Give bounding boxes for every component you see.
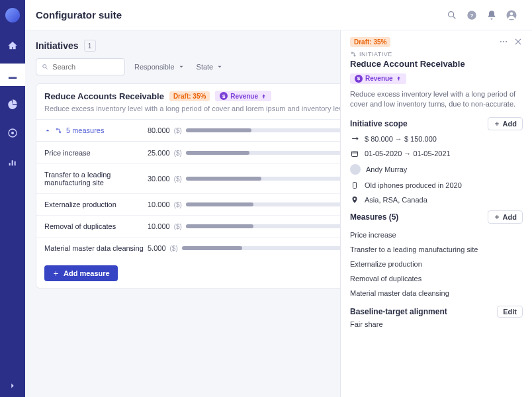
panel-revenue-badge: $ Revenue	[350, 73, 406, 84]
nav-ruler[interactable]	[0, 64, 25, 86]
svg-point-2	[11, 132, 14, 134]
measure-name: Externalize production	[44, 200, 144, 208]
revenue-label: Revenue	[230, 93, 258, 100]
user-icon	[506, 9, 517, 21]
progress-bar	[186, 177, 354, 181]
filter-state[interactable]: State	[194, 58, 226, 75]
profile-button[interactable]	[502, 5, 521, 25]
state-label: State	[197, 63, 214, 71]
svg-point-17	[506, 41, 507, 42]
responsible-label: Responsible	[134, 63, 175, 71]
search-button[interactable]	[442, 5, 462, 25]
search-input[interactable]	[52, 63, 119, 71]
scope-money: $ 80.000 → $ 150.000	[350, 134, 523, 143]
measure-from: 25.000	[148, 149, 170, 157]
panel-desc: Reduce excess inventory level with a lon…	[350, 89, 523, 110]
pin-icon	[351, 196, 359, 204]
arrow-up-icon	[261, 93, 267, 99]
baseline-value: Fair share	[350, 320, 383, 328]
sidebar	[0, 0, 25, 397]
plus-icon	[52, 270, 60, 277]
initiative-title: Reduce Accounts Receivable	[44, 91, 164, 101]
svg-point-3	[449, 11, 454, 17]
target-icon	[7, 128, 18, 138]
svg-point-15	[500, 41, 502, 42]
panel-measure-item[interactable]: Removal of duplicates	[350, 271, 523, 286]
progress-bar	[186, 202, 354, 206]
bell-icon	[486, 10, 497, 21]
panel-measure-list: Price increaseTransfer to a leading manu…	[350, 228, 523, 300]
panel-measure-item[interactable]: Price increase	[350, 228, 523, 242]
search-icon	[447, 10, 457, 21]
panel-measure-item[interactable]: Externalize production	[350, 257, 523, 271]
calendar-icon	[351, 150, 359, 157]
notifications-button[interactable]	[482, 5, 502, 25]
scope-dates: 01-05-2020 → 01-05-2021	[350, 150, 523, 157]
money-range-icon	[351, 134, 359, 143]
panel-title: Reduce Account Receivable	[350, 59, 523, 69]
measure-name: Transfer to a leading manufacturing site	[44, 171, 144, 187]
svg-text:?: ?	[470, 12, 474, 18]
close-button[interactable]	[513, 37, 523, 46]
tree-icon	[350, 51, 357, 58]
progress-bar	[186, 128, 350, 132]
chevron-down-icon	[178, 64, 185, 70]
detail-panel: Draft: 35% INITIATIVE Reduce Account Rec…	[340, 30, 532, 397]
initiative-count: 1	[84, 40, 96, 52]
page-title: Initiatives	[36, 40, 79, 51]
pie-icon	[7, 99, 18, 109]
measures-add-button[interactable]: Add	[488, 210, 523, 224]
app-title: Configurator suite	[36, 9, 122, 21]
chevron-down-icon	[216, 64, 223, 70]
filter-responsible[interactable]: Responsible	[132, 58, 187, 75]
breadcrumb: INITIATIVE	[350, 51, 523, 58]
home-icon	[7, 40, 18, 51]
panel-measure-item[interactable]: Transfer to a leading manufacturing site	[350, 242, 523, 257]
arrow-up-icon	[396, 75, 402, 81]
measure-from: 30.000	[148, 175, 170, 183]
measure-name: Removal of duplicates	[44, 222, 144, 230]
dollar-icon: $	[355, 75, 363, 83]
svg-point-8	[43, 65, 46, 68]
svg-point-16	[503, 41, 504, 42]
more-icon	[499, 37, 508, 46]
nav-expand[interactable]	[0, 375, 25, 397]
plus-icon	[494, 120, 500, 127]
scope-owner: Andy Murray	[350, 164, 523, 175]
add-measure-label: Add measure	[64, 269, 110, 277]
panel-measure-item[interactable]: Material master data cleansing	[350, 286, 523, 300]
scope-add-button[interactable]: Add	[488, 117, 523, 130]
tree-icon	[55, 127, 62, 134]
baseline-title: Baseline-target alignment	[350, 307, 447, 316]
measure-name: Material master data cleansing	[44, 244, 144, 252]
add-measure-button[interactable]: Add measure	[44, 265, 118, 281]
ruler-icon	[7, 69, 18, 80]
topbar: Configurator suite ?	[25, 0, 532, 30]
sum-unit1: ($)	[174, 127, 182, 134]
nav-pie[interactable]	[0, 93, 25, 115]
revenue-badge: $ Revenue	[215, 91, 271, 101]
close-icon	[513, 37, 523, 46]
chevron-up-icon	[44, 127, 51, 134]
measures-title: Measures (5)	[350, 212, 398, 222]
nav-chart[interactable]	[0, 151, 25, 173]
help-button[interactable]: ?	[462, 5, 482, 25]
bar-chart-icon	[7, 157, 18, 167]
scope-device: Old iphones produced in 2020	[350, 181, 523, 189]
progress-bar	[186, 151, 354, 155]
measure-from: 5.000	[148, 244, 166, 252]
search-input-wrap[interactable]	[36, 58, 125, 75]
svg-rect-19	[353, 183, 357, 189]
search-icon	[42, 63, 48, 71]
nav-home[interactable]	[0, 34, 25, 57]
help-icon: ?	[466, 10, 477, 21]
baseline-edit-button[interactable]: Edit	[497, 306, 523, 318]
scope-regions: Asia, RSA, Canada	[350, 196, 523, 204]
nav-target[interactable]	[0, 122, 25, 144]
more-button[interactable]	[499, 37, 508, 46]
measure-from: 10.000	[148, 200, 170, 208]
chevron-right-icon	[8, 381, 17, 390]
measure-name: Price increase	[44, 149, 144, 157]
panel-draft-badge: Draft: 35%	[350, 37, 390, 47]
avatar	[350, 164, 361, 175]
